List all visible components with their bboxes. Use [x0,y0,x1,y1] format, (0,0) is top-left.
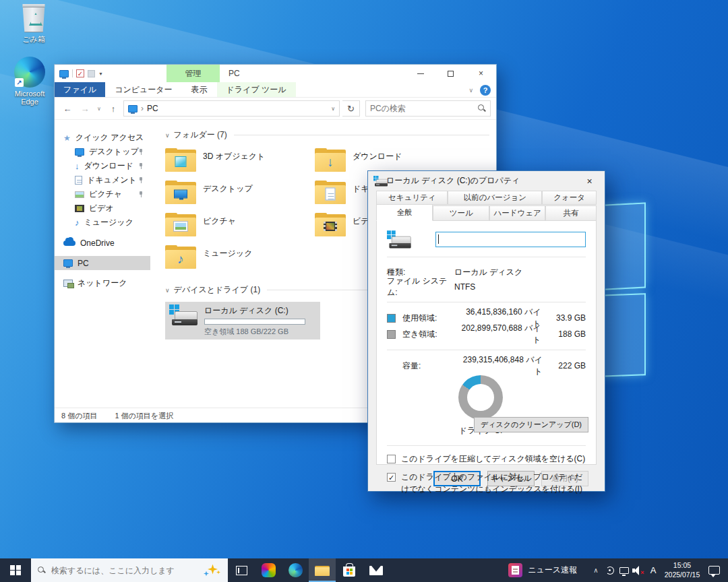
folder-icon [315,181,346,205]
checkbox-checked[interactable]: ✓ [387,473,396,482]
sync-tray-icon[interactable] [603,558,617,582]
volume-muted-tray-icon[interactable]: × [631,558,645,582]
drive-name: ローカル ディスク (C:) [204,305,305,317]
file-explorer-icon [315,564,330,576]
sidebar-item-onedrive[interactable]: OneDrive [55,236,150,250]
drive-icon [169,304,199,329]
task-view-button[interactable] [228,558,255,582]
minimize-button[interactable] [405,65,435,82]
tab-general[interactable]: 全般 [376,204,433,221]
free-bytes: 202,899,570,688 バイト [458,323,541,346]
sidebar-item-quick-access[interactable]: ★ クイック アクセス [55,131,150,145]
download-arrow-icon: ↓ [327,155,334,168]
start-button[interactable] [0,558,31,582]
taskbar: ニュース速報 ∧ × A 15:05 2025/07/15 [0,558,728,582]
collapse-icon[interactable]: ∨ [165,287,170,294]
folder-tile-3d-objects[interactable]: 3D オブジェクト [165,147,315,179]
back-icon[interactable]: ← [60,104,75,114]
collapse-icon[interactable]: ∨ [165,132,170,139]
up-icon[interactable]: ↑ [106,104,121,114]
show-hidden-icons-chevron[interactable]: ∧ [589,567,603,574]
sidebar-item-desktop[interactable]: デスクトップ [55,145,150,159]
properties-icon[interactable]: ✓ [76,69,84,77]
file-explorer-button[interactable] [309,558,336,582]
clock-date: 2025/07/15 [665,571,700,579]
search-box[interactable] [365,100,491,117]
breadcrumb-item[interactable]: PC [147,104,158,113]
qat-customize-icon[interactable]: ▼ [98,71,103,76]
sidebar-item-music[interactable]: ♪ ミュージック [55,216,150,230]
tab-quota[interactable]: クォータ [542,191,597,205]
tab-previous-versions[interactable]: 以前のバージョン [448,191,542,205]
tab-computer[interactable]: コンピューター [105,82,181,97]
close-button[interactable]: × [466,65,496,82]
news-widget-icon[interactable] [508,563,522,577]
mail-button[interactable] [363,558,390,582]
drive-tile-c[interactable]: ローカル ディスク (C:) 空き領域 188 GB/222 GB [165,302,320,340]
refresh-button[interactable]: ↻ [342,100,360,117]
document-icon [326,187,336,200]
sidebar-item-label: ビデオ [89,203,114,214]
picture-icon [174,222,187,231]
index-checkbox-row[interactable]: ✓ このドライブ上のファイルに対し、プロパティだけでなくコンテンツにもインデック… [387,472,586,495]
sidebar-item-label: PC [78,259,89,268]
clock[interactable]: 15:05 2025/07/15 [661,561,703,579]
used-label: 使用領域: [402,313,458,324]
folder-icon [165,213,196,237]
action-center-icon[interactable] [708,566,720,575]
taskbar-search-input[interactable] [51,566,198,575]
copilot-button[interactable] [255,558,282,582]
desktop-icon-label: Microsoft Edge [5,90,54,106]
store-button[interactable] [336,558,363,582]
checkbox-label: このドライブ上のファイルに対し、プロパティだけでなくコンテンツにもインデックスを… [401,472,586,495]
checkbox-label: このドライブを圧縮してディスク領域を空ける(C) [401,453,585,465]
breadcrumb[interactable]: › PC ∨ [123,100,340,117]
disk-cleanup-button[interactable]: ディスクのクリーンアップ(D) [474,417,588,432]
ime-indicator[interactable]: A [645,565,661,575]
volume-label-input[interactable] [435,232,586,247]
address-bar: ← → ∨ ↑ › PC ∨ ↻ [55,98,496,120]
desktop-icon-edge[interactable]: ↗ Microsoft Edge [5,57,54,106]
sidebar-item-pictures[interactable]: ピクチャ [55,187,150,201]
sidebar-item-videos[interactable]: ビデオ [55,201,150,216]
recent-locations-icon[interactable]: ∨ [95,106,103,112]
checkbox-unchecked[interactable] [387,455,396,463]
music-note-icon: ♪ [177,252,184,265]
properties-dialog: ローカル ディスク (C:)のプロパティ × セキュリティ 以前のバージョン ク… [367,170,605,492]
forward-icon[interactable]: → [78,104,92,114]
ribbon-tab-strip: ファイル コンピューター 表示 ドライブ ツール ∨ ? [55,82,496,98]
copilot-sparkle-icon [204,563,221,578]
address-dropdown-icon[interactable]: ∨ [331,106,335,112]
maximize-button[interactable] [435,65,466,82]
section-header-folders[interactable]: ∨ フォルダー (7) [165,129,489,141]
network-icon [63,280,73,287]
news-widget-label[interactable]: ニュース速報 [528,564,577,576]
section-label: デバイスとドライブ (1) [174,284,261,296]
network-tray-icon[interactable] [617,558,631,582]
edge-button[interactable] [282,558,309,582]
ribbon-collapse-icon[interactable]: ∨ [468,87,473,94]
sidebar-item-downloads[interactable]: ↓ ダウンロード [55,159,150,173]
tab-drive-tools[interactable]: ドライブ ツール [217,82,296,97]
help-icon[interactable]: ? [480,85,491,96]
sidebar-item-network[interactable]: ネットワーク [55,276,150,290]
tab-sharing[interactable]: 共有 [545,205,597,220]
tab-tools[interactable]: ツール [433,205,489,220]
tab-view[interactable]: 表示 [182,82,217,97]
desktop-icon-recycle-bin[interactable]: ごみ箱 [9,4,58,44]
sidebar-item-label: OneDrive [80,238,115,248]
tab-file[interactable]: ファイル [55,82,105,97]
disk-usage-donut-chart [458,375,503,420]
folder-tile-desktop[interactable]: デスクトップ [165,179,315,212]
tab-hardware[interactable]: ハードウェア [489,205,545,220]
tab-security[interactable]: セキュリティ [376,191,448,205]
sidebar-item-pc[interactable]: PC [55,256,150,270]
taskbar-search-box[interactable] [31,558,228,582]
folder-tile-music[interactable]: ♪ ミュージック [165,244,315,276]
new-folder-icon[interactable] [88,70,95,77]
sidebar-item-documents[interactable]: ドキュメント [55,173,150,187]
close-button[interactable]: × [574,171,605,191]
search-input[interactable] [370,104,478,113]
folder-tile-pictures[interactable]: ピクチャ [165,212,315,244]
compress-checkbox-row[interactable]: このドライブを圧縮してディスク領域を空ける(C) [387,453,586,465]
